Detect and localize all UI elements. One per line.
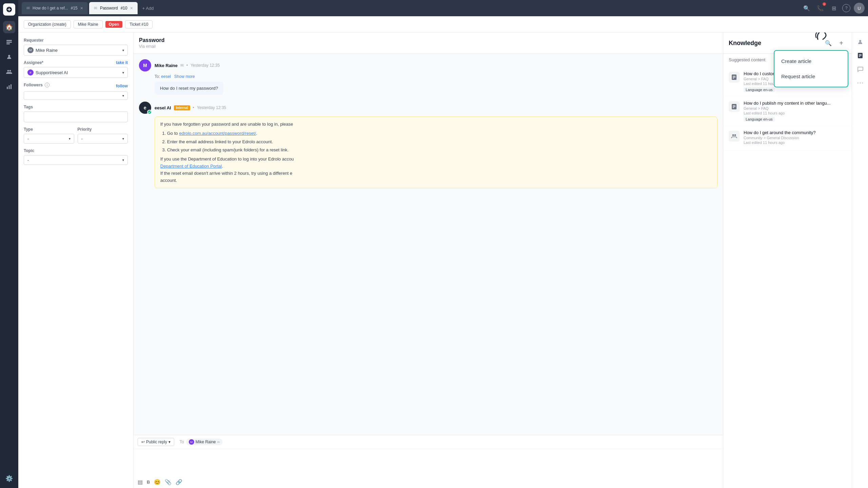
dept-link[interactable]: Department of Education Portal <box>160 164 222 169</box>
knowledge-add-icon[interactable]: + <box>836 38 846 48</box>
follow-link[interactable]: follow <box>116 84 128 88</box>
message-to-1: To: eesel Show more <box>155 74 718 79</box>
knowledge-search-icon[interactable]: 🔍 <box>823 38 833 48</box>
status-badge: Open <box>105 21 123 28</box>
link-icon[interactable]: 🔗 <box>176 479 182 485</box>
tab-ticket-15[interactable]: ✉ How do I get a ref... #15 × <box>22 2 88 14</box>
create-article-button[interactable]: Create article <box>774 54 848 69</box>
far-right-knowledge-icon[interactable] <box>854 49 866 62</box>
add-tab-button[interactable]: + Add <box>139 4 157 12</box>
ki-edited-2: Last edited 11 hours ago <box>744 111 846 115</box>
sender-avatar-2: e <box>139 102 151 114</box>
reply-type-button[interactable]: ↩ Public reply ▾ <box>138 438 174 446</box>
priority-label: Priority <box>78 127 128 132</box>
reply-type-icon: ↩ <box>141 440 145 444</box>
search-icon[interactable]: 🔍 <box>802 3 812 13</box>
message-timestamp-1: Yesterday 12:35 <box>190 63 220 68</box>
sidebar-item-home[interactable]: 🏠 <box>3 21 15 33</box>
topic-select[interactable]: - ▾ <box>24 155 128 165</box>
ki-icon-1 <box>729 72 740 83</box>
tab-number-1: #15 <box>71 6 78 10</box>
reply-input[interactable] <box>134 449 723 476</box>
step-1: Go to edrolo.com.au/account/password/res… <box>167 130 712 137</box>
far-right-apps-icon[interactable]: ⋯ <box>854 77 866 89</box>
topic-label: Topic <box>24 148 128 153</box>
svg-point-4 <box>7 70 9 72</box>
tab-close-2[interactable]: × <box>130 5 133 11</box>
logo[interactable] <box>3 3 15 16</box>
sidebar-item-contacts[interactable] <box>3 51 15 63</box>
svg-point-5 <box>9 70 11 72</box>
type-chevron: ▾ <box>69 137 70 141</box>
sender-name-1: Mike Raine <box>155 63 178 68</box>
help-icon[interactable]: ? <box>842 4 850 12</box>
to-link-1[interactable]: eesel <box>161 74 171 79</box>
tab-close-1[interactable]: × <box>80 5 83 11</box>
tab-bar: ✉ How do I get a ref... #15 × ✉ Password… <box>18 0 868 16</box>
tab-email-icon-1: ✉ <box>26 6 30 10</box>
tags-input[interactable] <box>24 111 128 122</box>
priority-chevron: ▾ <box>122 137 124 141</box>
ki-category-3: Community > General Discussion <box>744 136 846 140</box>
user-avatar[interactable]: U <box>854 3 865 14</box>
reply-toolbar: ↩ Public reply ▾ To M Mike Raine ✏ <box>134 435 723 449</box>
sidebar-item-teams[interactable] <box>3 66 15 78</box>
reply-actions: ▤ B 😊 📎 🔗 <box>134 476 723 488</box>
bold-icon[interactable]: B <box>147 480 150 485</box>
phone-icon[interactable]: 📞 1 <box>815 3 825 13</box>
message-1: M Mike Raine ✉ • Yesterday 12:35 To: ees… <box>139 59 718 95</box>
knowledge-panel: Knowledge 🔍 + Create article Request art… <box>723 33 852 488</box>
grid-icon[interactable]: ⊞ <box>829 3 839 13</box>
recipient-name: Mike Raine <box>196 440 216 444</box>
sidebar-item-settings[interactable]: ⚙️ <box>3 472 15 485</box>
requester-avatar: M <box>27 47 34 53</box>
requester-label: Requester <box>24 38 128 43</box>
show-more-link[interactable]: Show more <box>174 74 195 79</box>
internal-badge: Internal <box>174 105 190 110</box>
requester-select[interactable]: M Mike Raine ▾ <box>24 45 128 56</box>
breadcrumb-ticket[interactable]: Ticket #10 <box>125 20 153 28</box>
to-label: To <box>180 440 184 444</box>
breadcrumb-org[interactable]: Organization (create) <box>24 20 71 28</box>
sidebar-item-reports[interactable] <box>3 81 15 93</box>
ki-title-2: How do I publish my content in other lan… <box>744 101 846 106</box>
ki-title-3: How do I get around the community? <box>744 130 846 135</box>
type-select[interactable]: - ▾ <box>24 134 74 144</box>
svg-rect-6 <box>7 87 8 89</box>
sidebar-item-tickets[interactable] <box>3 36 15 48</box>
recipient-avatar: M <box>189 439 194 445</box>
attach-icon[interactable]: 📎 <box>165 479 171 485</box>
assignee-avatar: e <box>27 69 34 76</box>
knowledge-item-3[interactable]: How do I get around the community? Commu… <box>723 126 852 150</box>
internal-message-body: If you have forgotten your password and … <box>155 116 718 188</box>
tab-email-icon-2: ✉ <box>94 6 97 10</box>
far-right-user-icon[interactable] <box>854 36 866 48</box>
assignee-select[interactable]: e Support/eesel AI ▾ <box>24 67 128 78</box>
request-article-button[interactable]: Request article <box>774 69 848 84</box>
breadcrumb-user[interactable]: Mike Raine <box>74 20 103 28</box>
followers-select[interactable]: ▾ <box>24 91 128 100</box>
reply-type-label: Public reply <box>146 440 167 444</box>
message-2: e eesel AI Internal • Yesterday 12:35 <box>139 102 718 188</box>
emoji-icon[interactable]: 😊 <box>154 479 161 485</box>
far-right-chat-icon[interactable] <box>854 63 866 75</box>
knowledge-item-2[interactable]: How do I publish my content in other lan… <box>723 97 852 126</box>
main-area: ✉ How do I get a ref... #15 × ✉ Password… <box>18 0 868 488</box>
content-area: Requester M Mike Raine ▾ Assignee* take … <box>18 33 868 488</box>
sender-avatar-1: M <box>139 59 151 71</box>
svg-point-17 <box>732 134 734 136</box>
priority-select[interactable]: - ▾ <box>78 134 128 144</box>
message-footer: If the reset email doesn't arrive within… <box>160 170 712 177</box>
tags-label: Tags <box>24 105 128 109</box>
tab-ticket-10[interactable]: ✉ Password #10 × <box>89 2 138 14</box>
knowledge-items-list: How do I customiz... General > FAQ Last … <box>723 64 852 488</box>
tab-number-2: #10 <box>121 6 127 10</box>
svg-rect-7 <box>9 85 10 89</box>
take-it-link[interactable]: take it <box>116 60 128 65</box>
edit-recipient-icon[interactable]: ✏ <box>217 440 220 444</box>
to-recipient[interactable]: M Mike Raine ✏ <box>186 439 223 445</box>
conversation-subtitle: Via email <box>139 44 718 49</box>
format-icon[interactable]: ▤ <box>138 479 143 485</box>
reset-link[interactable]: edrolo.com.au/account/password/reset/ <box>179 131 256 136</box>
followers-info-icon[interactable]: i <box>45 83 49 87</box>
